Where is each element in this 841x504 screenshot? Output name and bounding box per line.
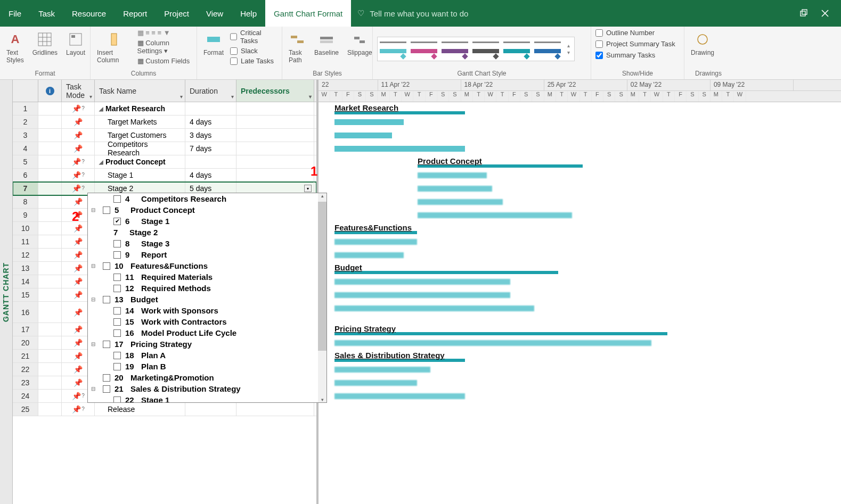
predecessor-option[interactable]: 11Required Materials: [88, 271, 326, 283]
task-name-cell[interactable]: Stage 1: [95, 169, 185, 181]
predecessor-option[interactable]: 7Stage 2: [88, 227, 326, 238]
table-row[interactable]: 6📌Stage 14 days: [13, 169, 316, 182]
table-row[interactable]: 25📌Release: [13, 403, 316, 416]
duration-cell[interactable]: 7 days: [185, 142, 236, 155]
row-number[interactable]: 25: [13, 403, 38, 416]
predecessor-option[interactable]: 8Stage 3: [88, 238, 326, 249]
predecessors-cell[interactable]: [236, 102, 314, 115]
row-number[interactable]: 7: [13, 182, 38, 195]
menu-task[interactable]: Task: [30, 0, 63, 27]
row-number[interactable]: 3: [13, 129, 38, 142]
window-restore-icon[interactable]: [798, 8, 809, 19]
header-info[interactable]: i: [38, 80, 62, 102]
row-number[interactable]: 23: [13, 376, 38, 389]
row-number[interactable]: 13: [13, 262, 38, 275]
predecessor-option[interactable]: 21Sales & Distribution Strategy: [88, 383, 326, 394]
checkbox-icon[interactable]: [113, 352, 121, 359]
checkbox-icon[interactable]: [103, 262, 110, 270]
header-rownum[interactable]: [13, 80, 38, 102]
task-bar[interactable]: [418, 186, 492, 192]
gantt-body[interactable]: Market ResearchProduct ConceptFeatures&F…: [319, 102, 841, 416]
task-bar[interactable]: [334, 146, 465, 152]
predecessor-option[interactable]: 22Stage 1: [88, 394, 326, 403]
task-bar[interactable]: [334, 239, 417, 245]
baseline-button[interactable]: Baseline: [312, 29, 341, 59]
checkbox-icon[interactable]: [113, 307, 121, 315]
predecessor-option[interactable]: 18Plan A: [88, 350, 326, 361]
task-mode-cell[interactable]: 📌: [62, 403, 95, 416]
duration-cell[interactable]: 4 days: [185, 169, 236, 181]
predecessor-option[interactable]: 4Competitors Research: [88, 193, 326, 204]
task-bar[interactable]: [334, 119, 404, 125]
slack-checkbox[interactable]: Slack: [230, 47, 277, 55]
duration-cell[interactable]: [185, 155, 236, 168]
checkbox-icon[interactable]: [113, 285, 121, 292]
row-number[interactable]: 8: [13, 195, 38, 208]
task-name-cell[interactable]: ◢Market Research: [95, 102, 185, 115]
row-number[interactable]: 5: [13, 155, 38, 168]
task-bar[interactable]: [334, 340, 651, 346]
predecessor-option[interactable]: 13Budget: [88, 294, 326, 305]
predecessor-option[interactable]: 17Pricing Strategy: [88, 338, 326, 350]
gridlines-button[interactable]: Gridlines: [30, 29, 60, 59]
checkbox-icon[interactable]: [113, 363, 121, 370]
predecessors-input[interactable]: [241, 184, 309, 193]
task-mode-cell[interactable]: 📌: [62, 169, 95, 181]
predecessor-option[interactable]: 10Features&Functions: [88, 260, 326, 271]
task-bar[interactable]: [334, 380, 417, 386]
predecessor-option[interactable]: 9Report: [88, 249, 326, 260]
checkbox-icon[interactable]: [103, 341, 110, 348]
task-mode-cell[interactable]: 📌: [62, 129, 95, 142]
critical-tasks-checkbox[interactable]: Critical Tasks: [230, 29, 277, 45]
menu-report[interactable]: Report: [115, 0, 156, 27]
checkbox-icon[interactable]: [113, 329, 121, 337]
checkbox-icon[interactable]: [113, 195, 121, 203]
window-close-icon[interactable]: [820, 8, 830, 19]
insert-column-button[interactable]: Insert Column: [95, 29, 133, 66]
task-bar[interactable]: [334, 305, 534, 311]
task-bar[interactable]: [418, 199, 503, 205]
column-settings-button[interactable]: ▦ Column Settings ▾: [137, 39, 192, 55]
collapse-icon[interactable]: ◢: [99, 106, 103, 112]
row-number[interactable]: 4: [13, 142, 38, 155]
duration-cell[interactable]: 3 days: [185, 129, 236, 142]
table-row[interactable]: 1📌◢Market Research: [13, 102, 316, 115]
predecessors-cell[interactable]: [236, 403, 314, 416]
row-number[interactable]: 6: [13, 169, 38, 181]
format-button[interactable]: Format: [201, 29, 226, 59]
row-number[interactable]: 12: [13, 249, 38, 261]
header-task-name[interactable]: Task Name▾: [95, 80, 185, 102]
predecessor-option[interactable]: 16Model Product Life Cycle: [88, 327, 326, 338]
predecessors-cell[interactable]: [236, 115, 314, 128]
table-row[interactable]: 4📌Competitors Research7 days: [13, 142, 316, 155]
checkbox-icon[interactable]: [113, 251, 121, 259]
task-mode-cell[interactable]: 📌: [62, 142, 95, 155]
duration-cell[interactable]: 4 days: [185, 115, 236, 128]
predecessors-combo-button[interactable]: ▾: [304, 185, 312, 192]
predecessors-cell[interactable]: [236, 169, 314, 181]
predecessors-cell[interactable]: [236, 142, 314, 155]
table-row[interactable]: 5📌◢Product Concept: [13, 155, 316, 169]
late-tasks-checkbox[interactable]: Late Tasks: [230, 57, 277, 65]
row-number[interactable]: 16: [13, 302, 38, 323]
predecessors-cell[interactable]: [236, 129, 314, 142]
task-bar[interactable]: [334, 133, 392, 138]
row-number[interactable]: 21: [13, 350, 38, 362]
layout-button[interactable]: Layout: [64, 29, 87, 59]
task-path-button[interactable]: Task Path: [287, 29, 308, 66]
align-buttons[interactable]: ▦ ≡ ≡ ≡ ▼: [137, 29, 192, 37]
checkbox-icon[interactable]: [103, 206, 110, 214]
row-number[interactable]: 9: [13, 209, 38, 221]
tell-me-search[interactable]: ♡ Tell me what you want to do: [357, 9, 468, 18]
task-bar[interactable]: [334, 367, 430, 373]
summary-tasks-checkbox[interactable]: Summary Tasks: [595, 51, 675, 59]
drawing-button[interactable]: Drawing: [689, 29, 716, 59]
row-number[interactable]: 1: [13, 102, 38, 115]
task-mode-cell[interactable]: 📌: [62, 115, 95, 128]
slippage-button[interactable]: Slippage: [345, 29, 374, 59]
row-number[interactable]: 2: [13, 115, 38, 128]
menu-gantt-chart-format[interactable]: Gantt Chart Format: [265, 0, 351, 27]
task-name-cell[interactable]: ◢Product Concept: [95, 155, 185, 168]
header-duration[interactable]: Duration▾: [185, 80, 236, 102]
table-row[interactable]: 2📌Target Markets4 days: [13, 115, 316, 129]
